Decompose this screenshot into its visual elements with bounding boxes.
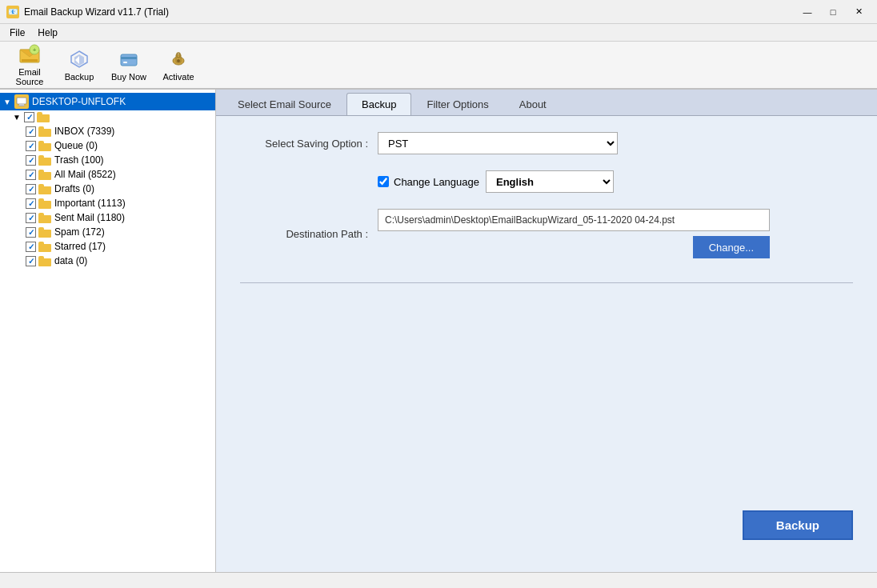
activate-icon — [167, 48, 190, 70]
folder-icon-0 — [38, 126, 51, 137]
item-label-5: Important (1113) — [54, 198, 126, 209]
item-label-6: Sent Mail (1180) — [54, 212, 125, 223]
tab-select-email-source[interactable]: Select Email Source — [222, 93, 346, 115]
svg-rect-9 — [121, 57, 137, 59]
buy-now-label: Buy Now — [111, 72, 146, 82]
root-checkbox[interactable] — [24, 112, 34, 122]
backup-toolbar-button[interactable]: Backup — [56, 44, 102, 86]
destination-path-input[interactable] — [378, 209, 770, 231]
item-checkbox-9[interactable] — [26, 256, 36, 266]
tab-bar: Select Email Source Backup Filter Option… — [216, 90, 877, 116]
saving-option-row: Select Saving Option : PST MBOX EML MSG … — [240, 132, 853, 154]
item-label-7: Spam (172) — [54, 226, 105, 238]
item-checkbox-7[interactable] — [26, 227, 36, 238]
buy-now-button[interactable]: Buy Now — [106, 44, 152, 86]
main-layout: ▼ DESKTOP-UNFLOFK ▼ INBOX (7339) Queue (… — [0, 90, 877, 572]
change-language-checkbox[interactable] — [378, 176, 389, 187]
item-checkbox-3[interactable] — [26, 170, 36, 180]
svg-rect-10 — [123, 62, 127, 63]
destination-row: Destination Path : Change... — [240, 209, 853, 258]
backup-icon — [68, 48, 90, 70]
menu-bar: File Help — [0, 24, 877, 42]
list-item[interactable]: data (0) — [0, 254, 215, 268]
email-source-label: Email Source — [8, 67, 51, 86]
tab-about[interactable]: About — [504, 93, 562, 115]
list-item[interactable]: Sent Mail (1180) — [0, 210, 215, 225]
title-bar-controls: — □ ✕ — [795, 4, 871, 20]
folder-icon-9 — [38, 256, 51, 266]
item-label-1: Queue (0) — [54, 140, 98, 151]
list-item[interactable]: INBOX (7339) — [0, 124, 215, 138]
close-button[interactable]: ✕ — [847, 4, 871, 20]
backup-button[interactable]: Backup — [743, 510, 853, 540]
list-item[interactable]: Trash (100) — [0, 153, 215, 167]
app-icon: 📧 — [6, 6, 19, 18]
backup-tab-content: Select Saving Option : PST MBOX EML MSG … — [216, 116, 877, 572]
item-checkbox-6[interactable] — [26, 213, 36, 223]
folder-icon-1 — [38, 141, 51, 151]
root-label: DESKTOP-UNFLOFK — [32, 96, 126, 107]
folder-icon-7 — [38, 227, 51, 238]
folder-icon-8 — [38, 242, 51, 252]
item-checkbox-2[interactable] — [26, 155, 36, 166]
svg-rect-15 — [17, 98, 26, 104]
list-item[interactable]: Queue (0) — [0, 138, 215, 153]
change-language-text: Change Language — [394, 176, 479, 188]
svg-rect-8 — [121, 54, 137, 66]
maximize-button[interactable]: □ — [821, 4, 845, 20]
saving-option-label: Select Saving Option : — [240, 138, 368, 150]
separator — [240, 282, 853, 283]
folder-icon-2 — [38, 155, 51, 166]
email-source-button[interactable]: + Email Source — [6, 44, 53, 86]
folder-icon-4 — [38, 184, 51, 194]
title-bar: 📧 Email Backup Wizard v11.7 (Trial) — □ … — [0, 0, 877, 24]
activate-button[interactable]: Activate — [155, 44, 202, 86]
item-label-0: INBOX (7339) — [54, 126, 114, 137]
item-checkbox-4[interactable] — [26, 184, 36, 194]
sub-expand-icon: ▼ — [13, 113, 22, 122]
tree-expand-icon: ▼ — [3, 98, 13, 106]
minimize-button[interactable]: — — [795, 4, 819, 20]
item-checkbox-8[interactable] — [26, 242, 36, 252]
item-checkbox-5[interactable] — [26, 198, 36, 209]
menu-file[interactable]: File — [3, 26, 31, 40]
tab-filter-options[interactable]: Filter Options — [411, 93, 503, 115]
dest-path-group: Change... — [378, 209, 770, 258]
list-item[interactable]: Important (1113) — [0, 196, 215, 210]
email-source-icon: + — [18, 43, 41, 66]
item-label-3: All Mail (8522) — [54, 169, 116, 180]
tree-root-item[interactable]: ▼ DESKTOP-UNFLOFK — [0, 93, 215, 110]
folder-icon-6 — [38, 213, 51, 223]
language-row: Change Language English French German Sp… — [378, 170, 853, 193]
list-item[interactable]: Drafts (0) — [0, 182, 215, 196]
folder-icon-3 — [38, 170, 51, 180]
saving-option-select[interactable]: PST MBOX EML MSG PDF HTML — [378, 132, 618, 154]
root-folder-icon — [37, 112, 50, 122]
window-title: Email Backup Wizard v11.7 (Trial) — [24, 6, 169, 18]
tree-sub-expand[interactable]: ▼ — [0, 110, 215, 124]
content-area: Select Email Source Backup Filter Option… — [216, 90, 877, 572]
folder-icon-5 — [38, 198, 51, 209]
buy-now-icon — [118, 48, 140, 70]
language-select[interactable]: English French German Spanish — [486, 170, 614, 193]
svg-point-14 — [177, 59, 180, 62]
list-item[interactable]: Starred (17) — [0, 239, 215, 254]
item-label-9: data (0) — [54, 255, 87, 266]
item-checkbox-1[interactable] — [26, 141, 36, 151]
activate-label: Activate — [162, 72, 194, 82]
destination-label: Destination Path : — [240, 228, 368, 240]
svg-rect-17 — [18, 106, 26, 106]
change-button[interactable]: Change... — [693, 236, 770, 258]
sidebar: ▼ DESKTOP-UNFLOFK ▼ INBOX (7339) Queue (… — [0, 90, 216, 572]
menu-help[interactable]: Help — [31, 26, 64, 40]
item-checkbox-0[interactable] — [26, 126, 36, 137]
tab-backup[interactable]: Backup — [346, 93, 411, 115]
item-label-8: Starred (17) — [54, 241, 106, 252]
list-item[interactable]: Spam (172) — [0, 225, 215, 239]
list-item[interactable]: All Mail (8522) — [0, 167, 215, 182]
svg-rect-16 — [19, 104, 24, 106]
item-label-2: Trash (100) — [54, 154, 104, 166]
title-bar-left: 📧 Email Backup Wizard v11.7 (Trial) — [6, 6, 169, 18]
toolbar: + Email Source Backup Buy Now — [0, 42, 877, 90]
change-language-checkbox-label: Change Language — [378, 176, 479, 188]
